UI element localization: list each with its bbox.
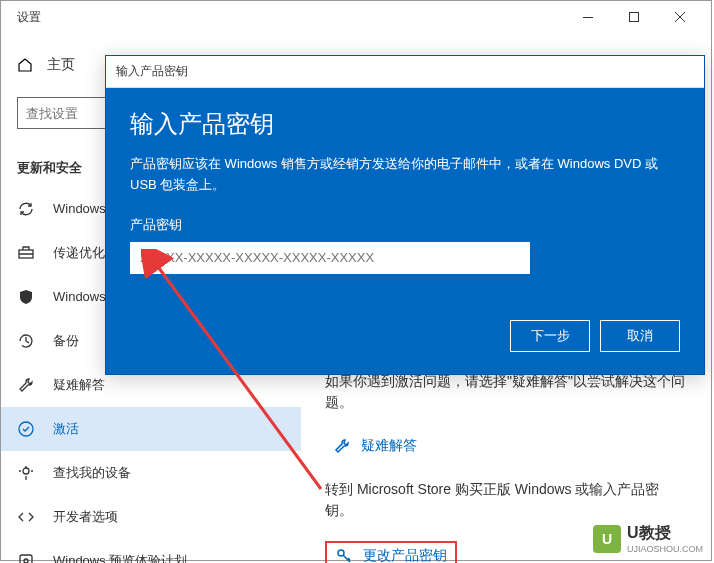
change-product-key-link[interactable]: 更改产品密钥: [325, 541, 457, 563]
nav-label: 激活: [53, 420, 79, 438]
svg-point-10: [24, 559, 28, 563]
titlebar: 设置: [1, 1, 711, 33]
backup-icon: [17, 332, 35, 350]
nav-label: 开发者选项: [53, 508, 118, 526]
troubleshoot-link[interactable]: 疑难解答: [325, 433, 687, 459]
sidebar-item-developer[interactable]: 开发者选项: [1, 495, 301, 539]
sidebar-item-activation[interactable]: 激活: [1, 407, 301, 451]
key-icon: [335, 547, 353, 563]
shield-icon: [17, 288, 35, 306]
product-key-dialog: 输入产品密钥 输入产品密钥 产品密钥应该在 Windows 销售方或经销方发送给…: [105, 55, 705, 375]
next-button[interactable]: 下一步: [510, 320, 590, 352]
insider-icon: [17, 552, 35, 563]
delivery-icon: [17, 244, 35, 262]
window-title: 设置: [9, 9, 41, 26]
nav-label: 备份: [53, 332, 79, 350]
svg-point-8: [23, 468, 29, 474]
sidebar-item-find-device[interactable]: 查找我的设备: [1, 451, 301, 495]
nav-label: 疑难解答: [53, 376, 105, 394]
watermark-sub: UJIAOSHOU.COM: [627, 544, 703, 554]
link-text: 更改产品密钥: [363, 547, 447, 563]
dialog-description: 产品密钥应该在 Windows 销售方或经销方发送给你的电子邮件中，或者在 Wi…: [130, 154, 680, 196]
nav-label: 查找我的设备: [53, 464, 131, 482]
wrench-icon: [333, 437, 351, 455]
minimize-button[interactable]: [565, 1, 611, 33]
home-icon: [17, 57, 33, 73]
sidebar-item-insider[interactable]: Windows 预览体验计划: [1, 539, 301, 563]
watermark-logo: U: [593, 525, 621, 553]
check-icon: [17, 420, 35, 438]
wrench-icon: [17, 376, 35, 394]
svg-point-7: [19, 422, 33, 436]
store-text: 转到 Microsoft Store 购买正版 Windows 或输入产品密钥。: [325, 479, 687, 521]
sync-icon: [17, 200, 35, 218]
maximize-button[interactable]: [611, 1, 657, 33]
nav-label: 传递优化: [53, 244, 105, 262]
code-icon: [17, 508, 35, 526]
cancel-button[interactable]: 取消: [600, 320, 680, 352]
nav-label: Windows 预览体验计划: [53, 552, 187, 563]
close-button[interactable]: [657, 1, 703, 33]
watermark-main: U教授: [627, 523, 703, 544]
watermark: U U教授 UJIAOSHOU.COM: [593, 523, 703, 554]
link-text: 疑难解答: [361, 437, 417, 455]
dialog-heading: 输入产品密钥: [130, 108, 680, 140]
svg-rect-1: [630, 13, 639, 22]
dialog-title: 输入产品密钥: [106, 56, 704, 88]
location-icon: [17, 464, 35, 482]
input-label: 产品密钥: [130, 216, 680, 234]
help-text: 如果你遇到激活问题，请选择"疑难解答"以尝试解决这个问题。: [325, 371, 687, 413]
product-key-input[interactable]: [130, 242, 530, 274]
home-label: 主页: [47, 56, 75, 74]
